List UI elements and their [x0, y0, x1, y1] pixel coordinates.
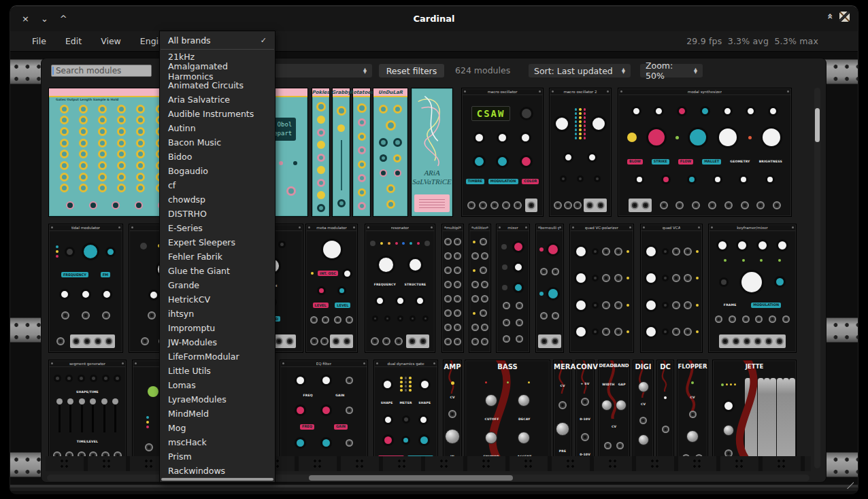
module-row — [312, 204, 329, 212]
brand-item-little-utils[interactable]: Little Utils — [160, 364, 275, 378]
slider[interactable] — [81, 401, 83, 432]
horizontal-scrollbar-thumb[interactable] — [309, 475, 513, 481]
slider[interactable] — [92, 401, 94, 432]
brand-item-mindmeld[interactable]: MindMeld — [160, 407, 275, 421]
jack-port — [552, 268, 559, 275]
brand-item-mog[interactable]: Mog — [160, 421, 275, 435]
knob — [473, 155, 486, 168]
brand-item-e-series[interactable]: E-Series — [160, 221, 275, 235]
module-bass[interactable]: BASSCUTOFFDECAYENVMODACCENT — [465, 360, 550, 456]
module-dc[interactable]: DCIN — [656, 360, 674, 456]
module-row — [536, 287, 563, 300]
module-utilities[interactable]: utilities — [469, 224, 491, 353]
module-pokles[interactable]: Pokles — [312, 88, 330, 217]
module-amp[interactable]: AMPCVIN — [443, 360, 462, 456]
module-bernoulli-gate[interactable]: bernoulli gate — [535, 224, 564, 353]
collapse-chevrons-icon[interactable]: « — [824, 13, 835, 19]
module-flopper[interactable]: FLOPPERCVIN — [677, 360, 708, 456]
module-quad-vc-polarizer[interactable]: quad VC-polarizer — [569, 224, 634, 353]
brand-item-glue-the-giant[interactable]: Glue the Giant — [160, 264, 275, 278]
maximize-window-icon[interactable]: ^ — [60, 14, 67, 23]
brand-item-all-brands[interactable]: All brands ✓ — [160, 31, 275, 49]
menu-view[interactable]: View — [91, 33, 131, 50]
module-mixer[interactable]: mixer — [496, 224, 530, 353]
module-deadband[interactable]: DEADBANDWIDTHGAPCV — [598, 360, 630, 456]
module-macro-oscillator-2[interactable]: macro oscillator 2 — [549, 88, 612, 217]
menu-scroll-indicator[interactable] — [161, 478, 273, 481]
brand-item-bogaudio[interactable]: Bogaudio — [160, 164, 275, 178]
brand-item-amalgamated-harmonics[interactable]: Amalgamated Harmonics — [160, 64, 275, 78]
brand-item-grande[interactable]: Grande — [160, 278, 275, 292]
module-row — [374, 415, 437, 425]
module-row — [497, 335, 529, 343]
minimize-window-icon[interactable]: ⌄ — [41, 14, 48, 23]
knob — [719, 277, 729, 287]
slider[interactable] — [114, 401, 116, 432]
knob — [774, 276, 786, 288]
brand-item-lifeformmodular[interactable]: LifeFormModular — [160, 349, 275, 364]
slider[interactable] — [69, 401, 71, 432]
ring-knob — [98, 105, 107, 114]
module-multiples[interactable]: multiples — [441, 224, 464, 353]
vertical-scrollbar-thumb[interactable] — [815, 108, 820, 142]
brand-item-fehler-fabrik[interactable]: Fehler Fabrik — [160, 250, 275, 264]
param-tag: TIMBRE — [466, 179, 484, 184]
module-eq-filter[interactable]: EQ filterFREQGAINFREQGAINFREQGAIN — [280, 360, 368, 456]
module-row: FREQGAIN — [280, 424, 367, 430]
brand-item-bidoo[interactable]: Bidoo — [160, 150, 275, 164]
module-row — [721, 383, 736, 386]
knob — [592, 302, 599, 309]
module-undular[interactable]: UnDuLaR — [373, 88, 408, 217]
knob — [590, 116, 607, 132]
slider[interactable] — [103, 401, 105, 432]
module-rotatoes[interactable]: Rotatoes — [352, 88, 371, 217]
search-input[interactable] — [51, 65, 152, 77]
close-window-icon[interactable]: × — [22, 14, 29, 23]
sort-select[interactable]: Sort: Last updated ▲▼ — [529, 64, 631, 78]
brand-item-expert-sleepers[interactable]: Expert Sleepers — [160, 235, 275, 250]
menu-edit[interactable]: Edit — [56, 33, 91, 50]
module-keyframer-mixer[interactable]: keyframer/mixerFRAMEMODULATION — [708, 224, 797, 353]
brand-item-mschack[interactable]: mscHack — [160, 435, 275, 449]
module-row: TIME/LEVEL — [49, 440, 126, 443]
led-dot — [502, 264, 507, 270]
zoom-select[interactable]: Zoom: 50% ▲▼ — [640, 64, 703, 78]
brand-item-chowdsp[interactable]: chowdsp — [160, 192, 275, 207]
module-segment-generator[interactable]: segment generatorSHAPE/TIMETIME/LEVEL — [48, 360, 127, 456]
ring-knob — [136, 184, 145, 192]
brand-item-distrho[interactable]: DISTRHO — [160, 207, 275, 221]
brand-item-hetrickcv[interactable]: HetrickCV — [160, 292, 275, 307]
vertical-scrollbar[interactable] — [814, 88, 820, 468]
brand-item-prism[interactable]: Prism — [160, 449, 275, 464]
brand-item-ihtsyn[interactable]: ihtsyn — [160, 307, 275, 321]
brand-item-audible-instruments[interactable]: Audible Instruments — [160, 107, 275, 121]
brand-item-jw-modules[interactable]: JW-Modules — [160, 335, 275, 349]
module-resonator[interactable]: resonatorFREQUENCYSTRUCTURE — [365, 224, 435, 353]
module-modal-synthesizer[interactable]: modal synthesizerBLOWSTRIKEFLOWMALLETGEO… — [618, 88, 792, 217]
knob — [688, 127, 708, 148]
reset-filters-button[interactable]: Reset filters — [379, 64, 444, 78]
brand-item-cf[interactable]: cf — [160, 178, 275, 192]
module-grabby[interactable]: Grabby — [332, 88, 350, 217]
brand-item-autinn[interactable]: Autinn — [160, 121, 275, 135]
module-title-stripe: Pokles — [312, 88, 329, 97]
brand-item-bacon-music[interactable]: Bacon Music — [160, 135, 275, 150]
module-digi[interactable]: DIGICVANALOG — [633, 360, 654, 456]
screw-icon — [367, 226, 369, 228]
module-quad-vca[interactable]: quad VCA — [640, 224, 703, 353]
brand-item-impromptu[interactable]: Impromptu — [160, 321, 275, 335]
brand-item-lyraemodules[interactable]: LyraeModules — [160, 392, 275, 407]
brand-item-aria-salvatrice[interactable]: Aria Salvatrice — [160, 92, 275, 107]
module-mera[interactable]: MERACVPRE — [553, 360, 572, 456]
module-panel[interactable]: ARiASaLVaTRiCE — [411, 88, 453, 217]
brand-item-rackwindows[interactable]: Rackwindows — [160, 464, 275, 478]
menu-file[interactable]: File — [22, 33, 56, 50]
module-macro-oscillator[interactable]: macro oscillatorCSAWTIMBREMODULATIONCOLO… — [461, 88, 544, 217]
module-jette[interactable]: JETTEINPUT — [712, 360, 797, 456]
brand-item-lomas[interactable]: Lomas — [160, 378, 275, 392]
module-conv[interactable]: CONV+ 5V0-10V0-10V — [575, 360, 595, 456]
module-tidal-modulator[interactable]: tidal modulatorFREQUENCYFM — [48, 224, 123, 353]
slider[interactable] — [59, 401, 61, 432]
module-dual-dynamics-gate[interactable]: dual dynamics gateSHAPEMETERSHAPELEVEL M… — [373, 360, 438, 456]
module-meta-modulator[interactable]: meta modulatorINT. OSCLEVELLEVEL — [305, 224, 358, 353]
